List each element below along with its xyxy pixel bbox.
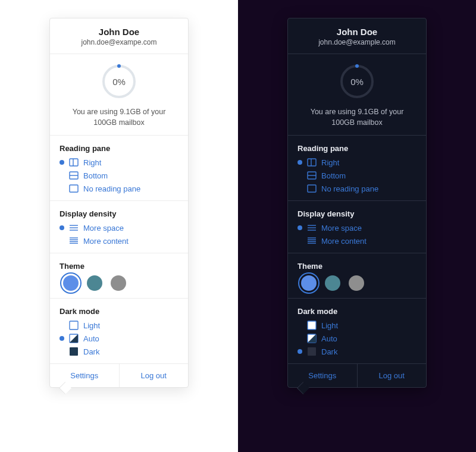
display-density-title: Display density	[298, 209, 416, 218]
theme-title: Theme	[298, 262, 416, 271]
display-density-title: Display density	[60, 209, 178, 218]
user-name: John Doe	[60, 27, 178, 37]
radio-icon	[298, 323, 302, 328]
dark-mode-light[interactable]: Light	[60, 321, 178, 330]
user-popover: John Doe john.doe@example.com 0% You are…	[287, 18, 427, 388]
divider	[288, 135, 426, 136]
reading-pane-none[interactable]: No reading pane	[298, 184, 416, 193]
dark-mode-light[interactable]: Light	[298, 321, 416, 330]
reading-pane-right[interactable]: Right	[60, 158, 178, 167]
density-more-space[interactable]: More space	[298, 223, 416, 233]
mode-auto-icon	[307, 334, 317, 343]
pane-right-icon	[307, 158, 317, 167]
divider	[288, 54, 426, 54]
density-more-content[interactable]: More content	[298, 236, 416, 246]
user-name: John Doe	[298, 27, 416, 37]
divider	[50, 253, 188, 253]
density-more-space[interactable]: More space	[60, 223, 178, 233]
svg-rect-31	[308, 321, 316, 329]
svg-rect-16	[70, 347, 78, 356]
settings-link[interactable]: Settings	[288, 364, 357, 387]
radio-icon	[298, 349, 302, 354]
dark-mode-title: Dark mode	[298, 307, 416, 316]
mode-auto-icon	[69, 334, 79, 343]
radio-icon	[60, 186, 64, 191]
radio-icon	[298, 160, 302, 165]
pane-bottom-icon	[69, 171, 79, 180]
divider	[50, 298, 188, 299]
dark-mode-auto[interactable]: Auto	[60, 334, 178, 343]
reading-pane-none[interactable]: No reading pane	[60, 184, 178, 193]
theme-swatch-blue[interactable]	[63, 275, 79, 291]
user-popover: John Doe john.doe@exampe.com 0% You are …	[49, 18, 189, 388]
storage-gauge: 0%	[60, 62, 178, 101]
divider	[288, 253, 426, 253]
divider	[50, 200, 188, 201]
storage-usage-text: You are using 9.1GB of your 100GB mailbo…	[60, 106, 178, 128]
svg-rect-19	[308, 159, 316, 166]
svg-rect-2	[70, 159, 78, 166]
divider	[288, 298, 426, 299]
theme-swatch-teal[interactable]	[87, 275, 102, 291]
storage-percent: 0%	[100, 62, 138, 101]
storage-percent: 0%	[338, 62, 376, 101]
svg-rect-6	[70, 185, 78, 192]
radio-icon	[60, 349, 64, 354]
user-email: john.doe@exampe.com	[60, 38, 178, 46]
mode-dark-icon	[307, 347, 317, 356]
density-space-icon	[307, 223, 317, 233]
mode-light-icon	[69, 321, 79, 330]
pane-right-icon	[69, 158, 79, 167]
radio-icon	[60, 160, 64, 165]
density-more-content[interactable]: More content	[60, 236, 178, 246]
divider	[50, 54, 188, 54]
radio-icon	[298, 225, 302, 230]
reading-pane-title: Reading pane	[60, 144, 178, 153]
theme-title: Theme	[60, 262, 178, 271]
reading-pane-bottom[interactable]: Bottom	[298, 171, 416, 180]
svg-rect-33	[308, 347, 316, 356]
logout-link[interactable]: Log out	[357, 364, 427, 387]
density-content-icon	[69, 236, 79, 246]
dark-mode-dark[interactable]: Dark	[60, 347, 178, 356]
svg-rect-23	[308, 185, 316, 192]
radio-icon	[60, 323, 64, 328]
radio-icon	[298, 336, 302, 341]
pane-none-icon	[307, 184, 317, 193]
reading-pane-bottom[interactable]: Bottom	[60, 171, 178, 180]
theme-swatch-grey[interactable]	[111, 275, 126, 291]
radio-icon	[60, 225, 64, 230]
theme-swatch-blue[interactable]	[301, 275, 317, 291]
theme-swatch-grey[interactable]	[349, 275, 364, 291]
divider	[50, 135, 188, 136]
divider	[288, 200, 426, 201]
radio-icon	[60, 173, 64, 178]
reading-pane-right[interactable]: Right	[298, 158, 416, 167]
radio-icon	[298, 186, 302, 191]
dark-mode-title: Dark mode	[60, 307, 178, 316]
reading-pane-title: Reading pane	[298, 144, 416, 153]
radio-icon	[60, 238, 64, 243]
settings-link[interactable]: Settings	[50, 364, 119, 387]
radio-icon	[298, 173, 302, 178]
theme-swatch-teal[interactable]	[325, 275, 340, 291]
dark-mode-auto[interactable]: Auto	[298, 334, 416, 343]
dark-mode-dark[interactable]: Dark	[298, 347, 416, 356]
mode-dark-icon	[69, 347, 79, 356]
popover-footer: Settings Log out	[50, 363, 188, 387]
svg-rect-14	[70, 321, 78, 329]
popover-footer: Settings Log out	[288, 363, 426, 387]
logout-link[interactable]: Log out	[119, 364, 189, 387]
storage-gauge: 0%	[298, 62, 416, 101]
storage-usage-text: You are using 9.1GB of your 100GB mailbo…	[298, 106, 416, 128]
user-email: john.doe@example.com	[298, 38, 416, 46]
radio-icon	[60, 336, 64, 341]
radio-icon	[298, 238, 302, 243]
pane-none-icon	[69, 184, 79, 193]
density-content-icon	[307, 236, 317, 246]
mode-light-icon	[307, 321, 317, 330]
pane-bottom-icon	[307, 171, 317, 180]
density-space-icon	[69, 223, 79, 233]
